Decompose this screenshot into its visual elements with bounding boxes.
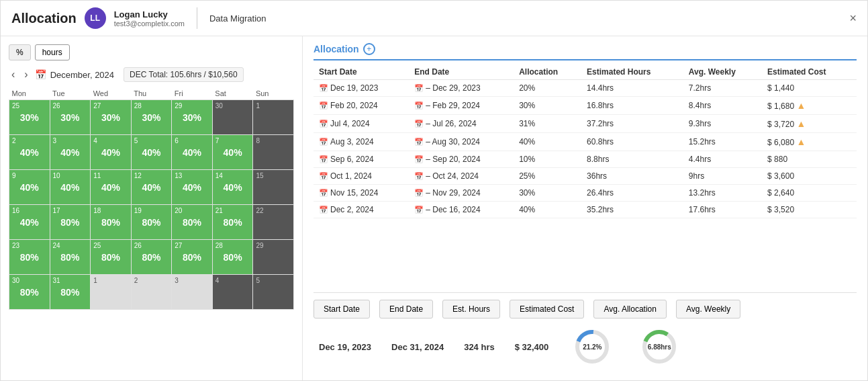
calendar-day-cell[interactable]: 640% xyxy=(172,135,213,170)
add-allocation-button[interactable]: + xyxy=(363,43,375,55)
calendar-day-cell[interactable]: 1640% xyxy=(9,205,50,240)
day-number: 19 xyxy=(134,207,142,214)
cal-icon-small: 📅 xyxy=(319,101,328,110)
close-button[interactable]: × xyxy=(849,11,857,26)
calendar-day-cell[interactable]: 5 xyxy=(253,275,294,310)
calendar-day-cell[interactable]: 2780% xyxy=(172,240,213,275)
table-cell: 20% xyxy=(514,80,581,97)
table-cell: 📅Oct 1, 2024 xyxy=(314,168,409,185)
calendar-day-cell[interactable]: 1 xyxy=(253,100,294,135)
warning-icon: ▲ xyxy=(796,100,806,111)
calendar-day-cell[interactable]: 740% xyxy=(212,135,253,170)
table-cell: 15.2hrs xyxy=(683,133,762,151)
calendar-day-cell[interactable]: 15 xyxy=(253,170,294,205)
calendar-day-cell[interactable]: 2830% xyxy=(131,100,172,135)
calendar-day-cell[interactable]: 240% xyxy=(9,135,50,170)
calendar-day-cell[interactable]: 1980% xyxy=(131,205,172,240)
calendar-day-cell[interactable]: 8 xyxy=(253,135,294,170)
cal-icon-small: 📅 xyxy=(319,155,328,163)
calendar-day-cell[interactable]: 540% xyxy=(131,135,172,170)
calendar-day-cell[interactable]: 4 xyxy=(212,275,253,310)
footer-filter-button[interactable]: Estimated Cost xyxy=(510,300,584,319)
calendar-day-cell[interactable]: 2180% xyxy=(212,205,253,240)
calendar-day-cell[interactable]: 3080% xyxy=(9,275,50,310)
calendar-day-cell[interactable]: 30 xyxy=(212,100,253,135)
calendar-day-cell[interactable]: 2 xyxy=(131,275,172,310)
calendar-day-cell[interactable]: 3 xyxy=(172,275,213,310)
alloc-col-header: Avg. Weekly xyxy=(683,65,762,80)
calendar-day-cell[interactable]: 340% xyxy=(50,135,91,170)
alloc-col-header: Allocation xyxy=(514,65,581,80)
allocation-table: Start DateEnd DateAllocationEstimated Ho… xyxy=(314,65,857,218)
calendar-day-cell[interactable]: 440% xyxy=(91,135,132,170)
calendar-day-cell[interactable]: 1880% xyxy=(91,205,132,240)
hours-toggle[interactable]: hours xyxy=(35,44,70,60)
page-title: Allocation xyxy=(11,11,77,26)
table-row[interactable]: 📅Nov 15, 2024📅– Nov 29, 202430%26.4hrs13… xyxy=(314,185,857,202)
day-number: 20 xyxy=(175,207,182,214)
table-cell: 30% xyxy=(514,185,581,202)
calendar-day-cell[interactable]: 2380% xyxy=(9,240,50,275)
table-row[interactable]: 📅Dec 19, 2023📅– Dec 29, 202320%14.4hrs7.… xyxy=(314,80,857,97)
day-number: 28 xyxy=(215,242,223,249)
summary-avg-alloc: 21.2% xyxy=(569,327,616,367)
user-email: test3@completix.com xyxy=(114,19,185,28)
calendar-day-cell[interactable]: 2480% xyxy=(50,240,91,275)
calendar-day-cell[interactable]: 2580% xyxy=(91,240,132,275)
table-row[interactable]: 📅Feb 20, 2024📅– Feb 29, 202430%16.8hrs8.… xyxy=(314,97,857,115)
summary-end-date: Dec 31, 2024 xyxy=(391,342,444,352)
footer-filter-button[interactable]: Avg. Weekly xyxy=(676,300,740,319)
calendar-day-cell[interactable]: 1240% xyxy=(131,170,172,205)
table-cell: 37.2hrs xyxy=(581,115,683,133)
percent-toggle[interactable]: % xyxy=(9,44,31,60)
calendar-day-cell[interactable]: 1340% xyxy=(172,170,213,205)
day-number: 28 xyxy=(134,102,142,110)
user-name: Logan Lucky xyxy=(114,9,185,19)
calendar-day-cell[interactable]: 2630% xyxy=(50,100,91,135)
day-percent: 40% xyxy=(93,182,128,193)
table-cell: 25% xyxy=(514,168,581,185)
cal-icon-small: 📅 xyxy=(319,84,328,92)
table-cell: 📅– Dec 29, 2023 xyxy=(409,80,514,97)
footer-filter-button[interactable]: Start Date xyxy=(314,300,370,319)
calendar-day-cell[interactable]: 2080% xyxy=(172,205,213,240)
table-row[interactable]: 📅Oct 1, 2024📅– Oct 24, 202425%36hrs9hrs$… xyxy=(314,168,857,185)
footer-filter-button[interactable]: Est. Hours xyxy=(442,300,500,319)
table-row[interactable]: 📅Sep 6, 2024📅– Sep 20, 202410%8.8hrs4.4h… xyxy=(314,151,857,168)
footer-filter-button[interactable]: Avg. Allocation xyxy=(593,300,667,319)
day-percent: 30% xyxy=(175,112,209,123)
table-cell: $ 880 xyxy=(762,151,857,168)
calendar-day-cell[interactable]: 1040% xyxy=(50,170,91,205)
calendar-day-cell[interactable]: 2930% xyxy=(172,100,213,135)
calendar-day-cell[interactable]: 2530% xyxy=(9,100,50,135)
calendar-day-cell[interactable]: 1780% xyxy=(50,205,91,240)
calendar-day-cell[interactable]: 29 xyxy=(253,240,294,275)
calendar-day-cell[interactable]: 1440% xyxy=(212,170,253,205)
table-row[interactable]: 📅Jul 4, 2024📅– Jul 26, 202431%37.2hrs9.3… xyxy=(314,115,857,133)
table-cell: 30% xyxy=(514,97,581,115)
table-cell: 16.8hrs xyxy=(581,97,683,115)
prev-month-button[interactable]: ‹ xyxy=(9,69,17,81)
table-cell: 7.2hrs xyxy=(683,80,762,97)
table-row[interactable]: 📅Aug 3, 2024📅– Aug 30, 202440%60.8hrs15.… xyxy=(314,133,857,151)
calendar-week-row: 2530%2630%2730%2830%2930%301 xyxy=(9,100,294,135)
calendar-day-cell[interactable]: 940% xyxy=(9,170,50,205)
day-percent: 40% xyxy=(53,182,88,193)
calendar-day-cell[interactable]: 2880% xyxy=(212,240,253,275)
calendar-day-cell[interactable]: 1 xyxy=(91,275,132,310)
calendar-day-cell[interactable]: 22 xyxy=(253,205,294,240)
cal-icon-small: 📅 xyxy=(414,138,424,146)
calendar-day-cell[interactable]: 2680% xyxy=(131,240,172,275)
calendar-day-cell[interactable]: 3180% xyxy=(50,275,91,310)
table-cell: 📅– Jul 26, 2024 xyxy=(409,115,514,133)
calendar-day-cell[interactable]: 1140% xyxy=(91,170,132,205)
table-row[interactable]: 📅Dec 2, 2024📅– Dec 16, 202440%35.2hrs17.… xyxy=(314,202,857,218)
table-cell: 60.8hrs xyxy=(581,133,683,151)
calendar-week-row: 2380%2480%2580%2680%2780%2880%29 xyxy=(9,240,294,275)
calendar-day-cell[interactable]: 2730% xyxy=(91,100,132,135)
table-cell: 26.4hrs xyxy=(581,185,683,202)
next-month-button[interactable]: › xyxy=(21,69,30,81)
calendar-day-header: Wed xyxy=(91,87,132,100)
cal-icon-small: 📅 xyxy=(414,172,424,180)
footer-filter-button[interactable]: End Date xyxy=(379,300,433,319)
